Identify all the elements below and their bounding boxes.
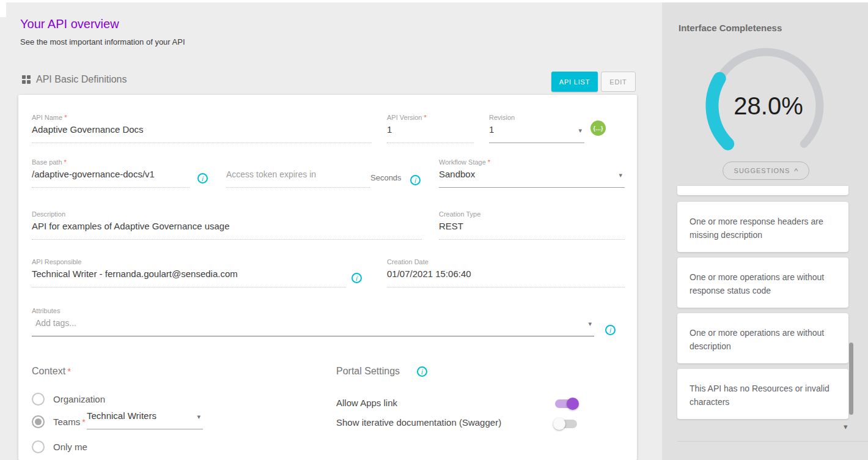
creation-date-field: Creation Date 01/07/2021 15:06:40: [387, 258, 625, 288]
required-marker: *: [64, 114, 67, 121]
base-path-label: Base path: [32, 158, 62, 166]
required-marker: *: [67, 366, 71, 376]
caret-up-icon: ^: [794, 166, 798, 176]
required-marker: *: [82, 417, 85, 427]
top-strip: [0, 0, 868, 2]
main-area: Your API overview See the most important…: [0, 0, 662, 460]
allow-apps-toggle[interactable]: [553, 397, 580, 410]
required-marker: *: [424, 114, 426, 121]
interface-completeness-panel: Interface Completeness 28.0% SUGGESTIONS…: [662, 0, 868, 460]
api-name-field: API Name* Adaptive Governance Docs: [32, 114, 372, 143]
description-value: API for examples of Adaptive Governance …: [32, 221, 422, 240]
attributes-field: Attributes Add tags... ▾: [32, 307, 594, 336]
suggestion-card: One or more response headers are missing…: [677, 202, 848, 252]
context-option-organization: Organization: [32, 393, 105, 406]
radio-organization-label: Organization: [53, 394, 105, 404]
page-title: Your API overview: [20, 17, 119, 31]
creation-date-value: 01/07/2021 15:06:40: [387, 269, 625, 288]
description-field: Description API for examples of Adaptive…: [32, 210, 422, 240]
section-title: API Basic Definitions: [36, 74, 127, 85]
show-swagger-toggle[interactable]: [553, 417, 580, 431]
teams-select[interactable]: Technical Writers ▾: [87, 410, 203, 429]
workflow-stage-label: Workflow Stage: [439, 158, 486, 166]
description-label: Description: [32, 210, 65, 218]
attributes-info-icon[interactable]: i: [605, 325, 616, 335]
portal-settings-title: Portal Settings: [336, 366, 400, 377]
context-option-teams: Teams*: [32, 415, 86, 428]
suggestion-card-partial: [677, 186, 848, 195]
chevron-down-icon: ▾: [588, 320, 592, 328]
revision-label: Revision: [489, 114, 515, 121]
seconds-label: Seconds: [370, 173, 402, 182]
base-path-value: /adaptive-governance-docs/v1: [32, 169, 189, 188]
access-token-input: Access token expires in: [226, 169, 370, 188]
api-list-button[interactable]: API LIST: [551, 72, 598, 92]
allow-apps-label: Allow Apps link: [336, 398, 397, 408]
page-subtitle: See the most important information of yo…: [20, 37, 185, 46]
suggestion-card: One or more operations are without respo…: [677, 258, 848, 308]
api-version-label: API Version: [387, 114, 422, 121]
completeness-gauge: 28.0%: [702, 42, 830, 170]
portal-settings-info-icon[interactable]: i: [417, 366, 427, 377]
teams-select-field: Technical Writers ▾: [87, 410, 203, 429]
workflow-stage-select[interactable]: Sandbox ▾: [439, 169, 625, 188]
corner-strip: [0, 0, 6, 17]
context-option-only-me: Only me: [32, 440, 87, 453]
chevron-down-icon: ▾: [619, 171, 622, 179]
context-title: Context*: [32, 366, 71, 377]
radio-teams-label: Teams*: [53, 417, 86, 427]
access-token-info-icon[interactable]: i: [410, 175, 421, 185]
revision-field: Revision 1 ▾: [489, 114, 584, 143]
swagger-braces-icon[interactable]: {…}: [590, 121, 606, 136]
required-marker: *: [488, 158, 490, 166]
suggestions-scrollbar-thumb[interactable]: [849, 343, 853, 415]
base-path-info-icon[interactable]: i: [197, 173, 208, 184]
radio-only-me[interactable]: [32, 440, 45, 453]
revision-select[interactable]: 1 ▾: [489, 124, 584, 143]
attributes-label: Attributes: [32, 307, 60, 314]
attributes-tags-input[interactable]: Add tags... ▾: [32, 317, 594, 336]
workflow-stage-field: Workflow Stage* Sandbox ▾: [439, 158, 625, 188]
api-name-label: API Name: [32, 114, 62, 121]
module-grid-icon: [22, 75, 31, 84]
required-marker: *: [64, 158, 67, 166]
api-version-field: API Version* 1: [387, 114, 474, 143]
api-responsible-value: Technical Writer - fernanda.goulart@sens…: [32, 269, 345, 288]
suggestion-card: One or more operations are without descr…: [677, 313, 848, 363]
gauge-value: 28.0%: [702, 42, 830, 170]
suggestions-button[interactable]: SUGGESTIONS ^: [723, 161, 809, 180]
section-header: API Basic Definitions: [22, 74, 127, 85]
creation-type-value: REST: [439, 221, 625, 240]
api-responsible-label: API Responsible: [32, 258, 81, 265]
radio-organization[interactable]: [32, 393, 45, 406]
radio-teams[interactable]: [32, 415, 45, 428]
chevron-down-icon: ▾: [578, 127, 582, 135]
api-overview-page: Your API overview See the most important…: [0, 0, 868, 460]
scroll-down-icon[interactable]: ▾: [844, 422, 848, 431]
chevron-down-icon: ▾: [197, 413, 200, 421]
api-responsible-info-icon[interactable]: i: [351, 273, 362, 283]
api-responsible-field: API Responsible Technical Writer - ferna…: [32, 258, 345, 288]
panel-divider: [677, 441, 868, 442]
base-path-field: Base path* /adaptive-governance-docs/v1: [32, 158, 189, 188]
suggestion-card: This API has no Resources or invalid cha…: [677, 369, 848, 419]
creation-type-field: Creation Type REST: [439, 210, 625, 240]
completeness-title: Interface Completeness: [679, 23, 782, 33]
creation-type-label: Creation Type: [439, 210, 480, 218]
api-version-value: 1: [387, 124, 474, 143]
radio-only-me-label: Only me: [53, 442, 87, 452]
api-basic-definitions-card: API Name* Adaptive Governance Docs API V…: [18, 95, 637, 460]
api-name-value: Adaptive Governance Docs: [32, 124, 372, 143]
creation-date-label: Creation Date: [387, 258, 428, 265]
show-swagger-label: Show iterative documentation (Swagger): [336, 417, 501, 428]
access-token-field: Access token expires in: [226, 158, 370, 188]
edit-button[interactable]: EDIT: [601, 72, 636, 92]
